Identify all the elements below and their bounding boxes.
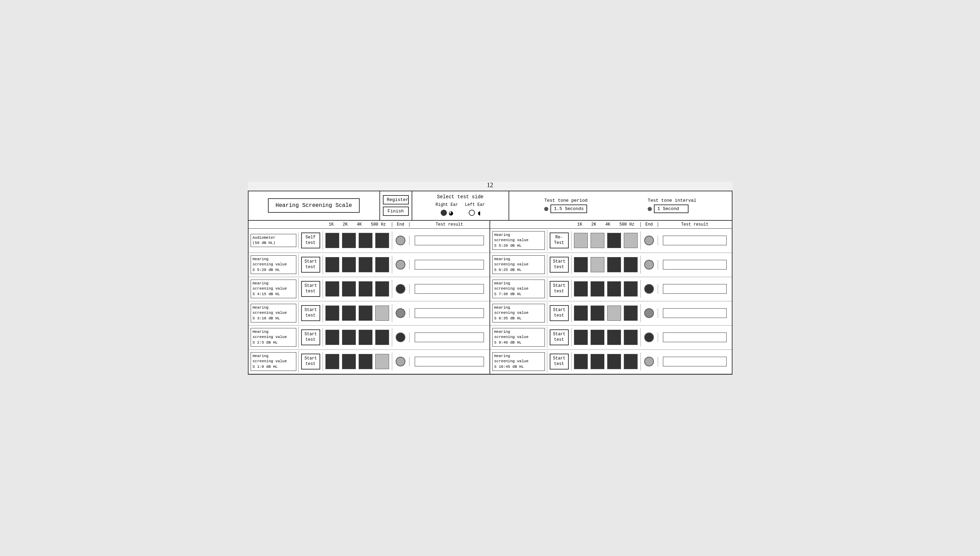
freq-block[interactable] bbox=[326, 281, 339, 296]
freq-block[interactable] bbox=[375, 330, 389, 345]
freq-block[interactable] bbox=[375, 257, 389, 272]
btn-cell: Start test bbox=[547, 280, 572, 298]
left-ear-option[interactable]: Left Ear ◖ bbox=[465, 202, 485, 217]
result-input[interactable] bbox=[415, 284, 484, 294]
end-circle[interactable] bbox=[396, 260, 405, 270]
freq-block[interactable] bbox=[624, 330, 638, 345]
freq-block[interactable] bbox=[375, 354, 389, 369]
freq-block[interactable] bbox=[624, 305, 638, 321]
btn-cell: Start test bbox=[547, 255, 572, 274]
start-test-button[interactable]: Self test bbox=[301, 233, 320, 248]
freq-block[interactable] bbox=[326, 257, 339, 272]
end-circle[interactable] bbox=[644, 357, 654, 366]
left-ear-label: Left Ear bbox=[465, 202, 485, 207]
start-test-button[interactable]: Start test bbox=[301, 305, 320, 321]
freq-block[interactable] bbox=[359, 330, 373, 345]
tone-period-value[interactable]: 1.5 Seconds bbox=[551, 204, 587, 213]
start-test-button[interactable]: Start test bbox=[301, 281, 320, 296]
finish-button[interactable]: Finish bbox=[383, 207, 409, 216]
end-circle[interactable] bbox=[644, 284, 654, 294]
freq-block[interactable] bbox=[574, 233, 588, 248]
result-input[interactable] bbox=[663, 308, 727, 318]
freq-block[interactable] bbox=[342, 354, 356, 369]
freq-block[interactable] bbox=[624, 281, 638, 296]
end-circle[interactable] bbox=[644, 260, 654, 270]
freq-block[interactable] bbox=[359, 233, 373, 248]
result-input[interactable] bbox=[663, 357, 727, 366]
label-cell: Hearing screening value S 4:15 dB HL bbox=[249, 278, 299, 300]
result-input[interactable] bbox=[415, 308, 484, 318]
freq-block[interactable] bbox=[607, 281, 621, 296]
freq-block[interactable] bbox=[574, 305, 588, 321]
start-test-button[interactable]: Start test bbox=[301, 354, 320, 369]
freq-block[interactable] bbox=[591, 233, 604, 248]
result-input[interactable] bbox=[415, 260, 484, 270]
freq-block[interactable] bbox=[342, 305, 356, 321]
start-test-button[interactable]: Start test bbox=[301, 330, 320, 345]
end-circle[interactable] bbox=[396, 236, 405, 245]
freq-block[interactable] bbox=[607, 233, 621, 248]
freq-block[interactable] bbox=[607, 305, 621, 321]
end-circle[interactable] bbox=[396, 308, 405, 318]
freq-block[interactable] bbox=[375, 233, 389, 248]
end-circle[interactable] bbox=[396, 333, 405, 342]
freq-block[interactable] bbox=[359, 354, 373, 369]
right-ear-option[interactable]: Right Ear ◕ bbox=[436, 202, 458, 217]
freq-block[interactable] bbox=[326, 330, 339, 345]
right-ear-radio[interactable] bbox=[441, 210, 447, 216]
end-circle[interactable] bbox=[644, 308, 654, 318]
left-ear-icon: ◖ bbox=[477, 208, 481, 217]
result-input[interactable] bbox=[663, 284, 727, 294]
freq-block[interactable] bbox=[359, 281, 373, 296]
freq-block[interactable] bbox=[326, 233, 339, 248]
freq-block[interactable] bbox=[342, 330, 356, 345]
freq-block[interactable] bbox=[342, 233, 356, 248]
freq-block[interactable] bbox=[326, 305, 339, 321]
freq-block[interactable] bbox=[591, 281, 604, 296]
start-test-button[interactable]: Re- Test bbox=[550, 233, 569, 248]
freq-block[interactable] bbox=[375, 305, 389, 321]
tone-interval-value[interactable]: 1 Second bbox=[654, 204, 688, 213]
freq-block[interactable] bbox=[375, 281, 389, 296]
freq-block[interactable] bbox=[574, 354, 588, 369]
result-input[interactable] bbox=[663, 236, 727, 245]
end-circle[interactable] bbox=[396, 284, 405, 294]
freq-block[interactable] bbox=[326, 354, 339, 369]
start-test-button[interactable]: Start test bbox=[550, 305, 569, 321]
freq-block[interactable] bbox=[591, 305, 604, 321]
end-circle[interactable] bbox=[644, 236, 654, 245]
freq-block[interactable] bbox=[624, 257, 638, 272]
label-box: Hearing screening value S 5:20 dB HL bbox=[492, 231, 545, 250]
start-test-button[interactable]: Start test bbox=[550, 281, 569, 296]
freq-cell-group bbox=[572, 231, 641, 249]
start-test-button[interactable]: Start test bbox=[301, 257, 320, 272]
freq-block[interactable] bbox=[574, 281, 588, 296]
freq-block[interactable] bbox=[359, 257, 373, 272]
freq-block[interactable] bbox=[607, 257, 621, 272]
freq-block[interactable] bbox=[624, 354, 638, 369]
freq-block[interactable] bbox=[607, 330, 621, 345]
result-input[interactable] bbox=[415, 236, 484, 245]
result-input[interactable] bbox=[415, 357, 484, 366]
freq-block[interactable] bbox=[342, 281, 356, 296]
end-circle[interactable] bbox=[396, 357, 405, 366]
freq-block[interactable] bbox=[591, 354, 604, 369]
label-box: Hearing screening value S 8:35 dB HL bbox=[492, 304, 545, 322]
freq-block[interactable] bbox=[359, 305, 373, 321]
freq-block[interactable] bbox=[591, 257, 604, 272]
start-test-button[interactable]: Start test bbox=[550, 257, 569, 272]
freq-block[interactable] bbox=[624, 233, 638, 248]
freq-block[interactable] bbox=[342, 257, 356, 272]
freq-block[interactable] bbox=[574, 257, 588, 272]
freq-block[interactable] bbox=[574, 330, 588, 345]
start-test-button[interactable]: Start test bbox=[550, 330, 569, 345]
register-button[interactable]: Register bbox=[383, 195, 409, 204]
result-input[interactable] bbox=[415, 333, 484, 342]
result-input[interactable] bbox=[663, 333, 727, 342]
left-ear-radio[interactable] bbox=[469, 210, 475, 216]
freq-block[interactable] bbox=[607, 354, 621, 369]
freq-block[interactable] bbox=[591, 330, 604, 345]
start-test-button[interactable]: Start test bbox=[550, 354, 569, 369]
result-input[interactable] bbox=[663, 260, 727, 270]
end-circle[interactable] bbox=[644, 333, 654, 342]
